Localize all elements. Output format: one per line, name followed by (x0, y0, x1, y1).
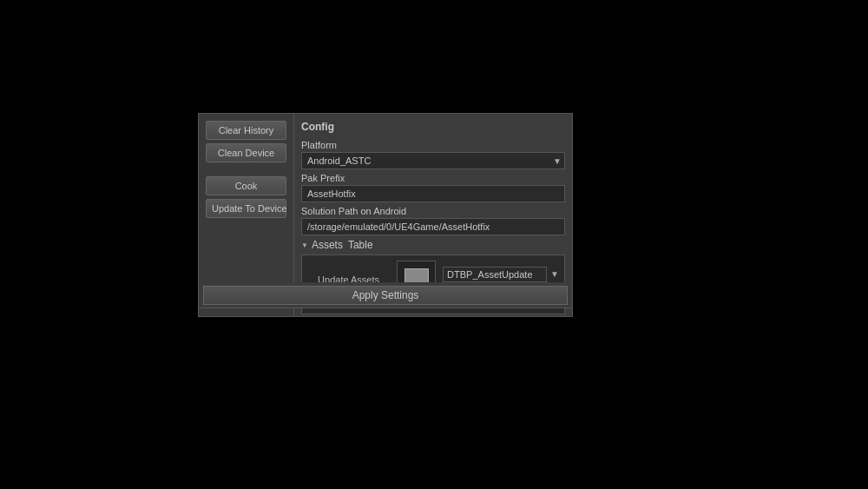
update-to-device-button[interactable]: Update To Device (206, 199, 286, 218)
platform-dropdown-container: Android_ASTC Android_ETC1 Android_ETC2 A… (301, 152, 565, 169)
assets-collapse-icon: ▼ (301, 241, 308, 249)
platform-dropdown[interactable]: Android_ASTC Android_ETC1 Android_ETC2 A… (301, 152, 565, 169)
solution-path-input[interactable] (301, 218, 565, 235)
asset-dropdown-arrow: ▼ (550, 269, 559, 279)
pak-prefix-label: Pak Prefix (301, 173, 565, 183)
clear-history-button[interactable]: Clear History (206, 121, 286, 140)
apply-settings-button[interactable]: Apply Settings (203, 286, 568, 305)
config-title: Config (301, 121, 565, 133)
asset-dropdown-row: DTBP_AssetUpdate ▼ (443, 267, 559, 282)
assets-header: ▼ Assets Table (301, 239, 565, 251)
asset-dropdown[interactable]: DTBP_AssetUpdate (443, 267, 547, 282)
solution-path-label: Solution Path on Android (301, 206, 565, 216)
assets-label: Assets (312, 239, 343, 251)
clean-device-button[interactable]: Clean Device (206, 143, 286, 162)
apply-settings-bar: Apply Settings (198, 282, 573, 308)
cook-button[interactable]: Cook (206, 176, 286, 195)
platform-label: Platform (301, 140, 565, 150)
pak-prefix-input[interactable] (301, 185, 565, 202)
table-label: Table (348, 239, 373, 251)
